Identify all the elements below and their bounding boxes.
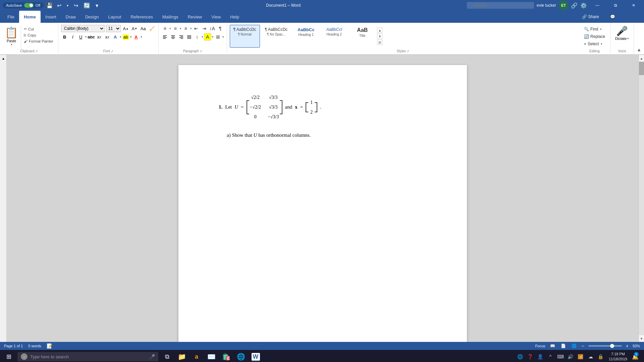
network-wifi-icon[interactable]: 📶 <box>576 350 585 362</box>
paste-dropdown[interactable]: ▾ <box>11 43 12 46</box>
chevron-up-icon[interactable]: ^ <box>546 350 555 362</box>
font-expand[interactable]: ↗ <box>111 50 113 53</box>
style-scroll-up[interactable]: ▲ <box>377 27 382 33</box>
print-layout-button[interactable]: 📄 <box>560 343 567 349</box>
clipboard-expand[interactable]: ↗ <box>35 50 38 53</box>
replace-button[interactable]: 🔄 Replace <box>582 33 607 40</box>
font-size-select[interactable]: 11 <box>106 25 121 32</box>
tab-review[interactable]: Review <box>183 11 207 23</box>
font-color-dropdown[interactable]: ▾ <box>141 35 142 39</box>
taskbar-explorer[interactable]: 📁 <box>174 350 189 362</box>
paragraph-expand[interactable]: ↗ <box>200 50 202 53</box>
select-button[interactable]: ⌖ Select ▾ <box>582 40 605 48</box>
highlight-dropdown[interactable]: ▾ <box>130 35 132 39</box>
bullets-dropdown[interactable]: ▾ <box>169 27 171 30</box>
zoom-level[interactable]: 93% <box>633 344 640 348</box>
scroll-track[interactable] <box>639 62 644 335</box>
taskbar-mail[interactable]: ✉️ <box>204 350 219 362</box>
copy-button[interactable]: ⎘ Copy <box>22 33 55 38</box>
style-title[interactable]: AaB Title <box>349 25 376 48</box>
font-grow-button[interactable]: A▲ <box>122 25 129 32</box>
decrease-indent-button[interactable]: ⇤ <box>193 25 200 32</box>
zoom-thumb[interactable] <box>610 344 614 348</box>
system-clock[interactable]: 7:18 PM 11/18/2019 <box>606 352 630 362</box>
style-no-space[interactable]: ¶ AaBbCcDc ¶ No Spac... <box>261 25 291 48</box>
cloud-icon[interactable]: ☁ <box>586 350 595 362</box>
restore-button[interactable]: ⧉ <box>608 0 623 11</box>
sort-button[interactable]: ↕A <box>209 25 216 32</box>
start-button[interactable]: ⊞ <box>1 350 16 362</box>
customize-qat[interactable]: ▾ <box>94 2 100 9</box>
numbering-dropdown[interactable]: ▾ <box>180 27 181 30</box>
paste-button[interactable]: 📋 Paste ▾ <box>2 25 21 52</box>
tab-design[interactable]: Design <box>80 11 103 23</box>
tab-insert[interactable]: Insert <box>41 11 61 23</box>
select-dropdown[interactable]: ▾ <box>601 42 602 46</box>
italic-button[interactable]: I <box>69 33 76 41</box>
tab-view[interactable]: View <box>207 11 225 23</box>
borders-dropdown[interactable]: ▾ <box>222 35 224 39</box>
proofing-icon[interactable]: 📝 <box>47 343 52 349</box>
autosave-toggle[interactable] <box>24 3 34 8</box>
zoom-slider[interactable] <box>588 345 622 347</box>
style-scroll-more[interactable]: ⊞ <box>377 40 382 45</box>
taskbar-chrome[interactable]: 🌐 <box>233 350 248 362</box>
page-indicator[interactable]: Page 1 of 1 <box>4 344 23 348</box>
taskbar-taskview[interactable]: ⧉ <box>160 350 174 362</box>
share-button[interactable]: 🔗 Share <box>578 13 603 20</box>
multilevel-dropdown[interactable]: ▾ <box>190 27 192 30</box>
question-icon[interactable]: ❓ <box>526 350 535 362</box>
keyboard-icon[interactable]: ⌨ <box>556 350 565 362</box>
save-icon[interactable]: 💾 <box>46 2 53 9</box>
document-area[interactable]: 1. Let U = √2/2 <box>7 55 639 342</box>
format-painter-button[interactable]: 🖌 Format Painter <box>22 39 55 44</box>
dictate-button[interactable]: 🎤 Dictate ▾ <box>615 25 629 41</box>
scroll-up-arrow[interactable]: ▲ <box>638 55 644 62</box>
align-right-button[interactable] <box>177 33 185 41</box>
superscript-button[interactable]: x2 <box>104 33 111 41</box>
notifications-button[interactable]: 🔔 5 <box>631 350 640 362</box>
font-shrink-button[interactable]: A▼ <box>131 25 138 32</box>
taskbar-search-bar[interactable]: ○ Type here to search 🎤 <box>17 352 158 361</box>
strikethrough-button[interactable]: abc <box>88 33 95 41</box>
network-icon[interactable]: 🌐 <box>516 350 525 362</box>
font-color-button[interactable]: A <box>132 33 140 41</box>
change-case-button[interactable]: Aa <box>140 25 147 32</box>
web-layout-button[interactable]: 🌐 <box>571 343 578 349</box>
redo-button[interactable]: ↪ <box>72 2 79 9</box>
share-icon[interactable]: 🔗 <box>571 2 578 9</box>
autosave-icon[interactable]: 🔄 <box>82 2 92 9</box>
subscript-button[interactable]: x2 <box>96 33 103 41</box>
find-dropdown[interactable]: ▾ <box>600 27 602 31</box>
style-scroll-down[interactable]: ▼ <box>377 34 382 39</box>
numbering-button[interactable]: ≡ <box>172 25 179 32</box>
autosave-pill[interactable]: AutoSave Off <box>3 2 44 8</box>
underline-dropdown[interactable]: ▾ <box>85 35 87 39</box>
clear-format-button[interactable]: 🧹 <box>148 25 156 32</box>
justify-button[interactable] <box>185 33 193 41</box>
bold-button[interactable]: B <box>61 33 68 41</box>
tab-file[interactable]: File <box>3 11 19 23</box>
dictate-dropdown[interactable]: ▾ <box>627 37 629 40</box>
font-name-select[interactable]: Calibri (Body) <box>61 25 105 32</box>
tab-help[interactable]: Help <box>225 11 244 23</box>
align-center-button[interactable] <box>169 33 177 41</box>
cut-button[interactable]: ✂ Cut <box>22 26 55 32</box>
tab-home[interactable]: Home <box>19 11 41 23</box>
highlight-button[interactable]: ab <box>122 33 129 41</box>
shading-dropdown[interactable]: ▾ <box>212 35 214 39</box>
taskbar-word[interactable]: W <box>248 350 263 362</box>
undo-button[interactable]: ↩ <box>56 2 63 9</box>
text-effects-button[interactable]: A <box>112 33 119 41</box>
line-spacing-button[interactable]: ↕ <box>194 33 201 41</box>
find-button[interactable]: 🔍 Find ▾ <box>582 25 604 33</box>
tab-references[interactable]: References <box>126 11 157 23</box>
vpn-icon[interactable]: 🔒 <box>596 350 605 362</box>
zoom-decrease[interactable]: − <box>582 343 584 349</box>
align-left-button[interactable] <box>161 33 169 41</box>
collapse-ribbon[interactable]: ▲ <box>634 47 644 52</box>
title-search-input[interactable] <box>467 2 534 9</box>
right-scrollbar[interactable]: ▲ ▼ <box>639 55 644 342</box>
scroll-thumb[interactable] <box>639 62 644 75</box>
show-para-button[interactable]: ¶ <box>217 25 224 32</box>
